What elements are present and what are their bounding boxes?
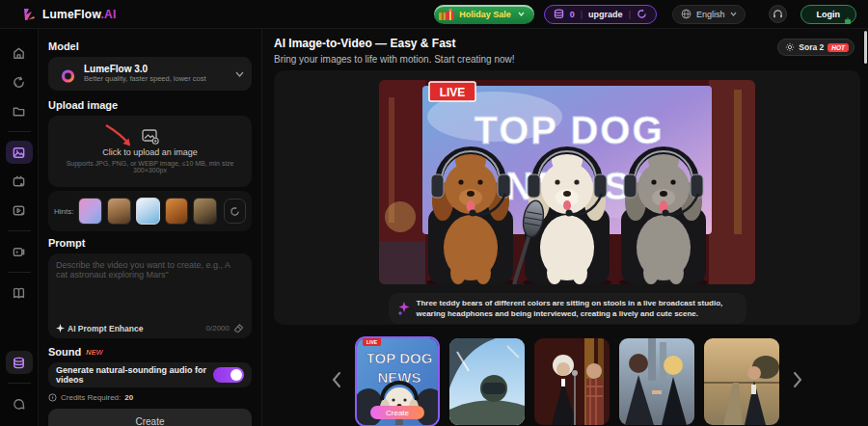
rail-guide-icon[interactable] [6,281,33,305]
globe-icon [681,9,692,19]
chevron-down-icon [730,12,737,16]
divider: | [581,10,583,19]
credits-required-label: Credits Required: [61,393,121,402]
upload-dropzone[interactable]: Click to upload an image Supports JPG, P… [48,116,252,187]
upload-hint: Supports JPG, PNG, or WEBP image, ≤10 MB… [48,160,252,173]
model-desc: Better quality, faster speed, lower cost [84,75,229,84]
rail-image-to-video-icon[interactable] [6,141,33,164]
credit-icon [48,393,57,402]
hot-badge: HOT [827,43,849,52]
example-carousel: TOP DOG NEWS LIVE Create [274,331,860,426]
gift-icon [438,8,455,21]
chevron-down-icon [235,71,244,77]
sound-label: Sound [48,346,81,358]
prompt-box: AI Prompt Enhance 0/2000 [48,253,252,338]
rail-video-library-icon[interactable] [6,240,33,263]
new-badge: NEW [86,348,103,357]
hint-thumbnail-4[interactable] [165,198,189,225]
holiday-sale-label: Holiday Sale [459,10,511,19]
rail-history-icon[interactable] [6,70,33,93]
credits-count: 0 [570,10,575,19]
sora-badge[interactable]: Sora 2 HOT [777,39,854,56]
login-button[interactable]: Login [800,5,857,24]
language-selector[interactable]: English [672,5,746,24]
logo[interactable]: LumeFlow.AI [21,8,116,21]
caption-box: Three teddy bears of different colors ar… [389,293,746,324]
divider [8,230,31,231]
eraser-icon[interactable] [233,323,244,333]
carousel-thumb-street-pair[interactable] [619,338,694,425]
tutorial-arrow [104,123,137,152]
icon-rail [0,29,39,426]
hint-thumbnail-5[interactable] [193,198,217,225]
carousel-thumb-singer[interactable] [534,338,610,425]
rail-video-template-icon[interactable] [6,170,33,193]
create-button[interactable]: Create [48,409,252,426]
char-counter: 0/2000 [206,324,230,333]
top-header: LumeFlow.AI Holiday Sale 0 | [0,0,868,29]
credits-upgrade-pill[interactable]: 0 | upgrade | [544,5,657,24]
sparkle-icon [397,301,410,316]
carousel-next-button[interactable] [789,367,806,396]
hint-thumbnail-1[interactable] [78,198,102,225]
upgrade-link[interactable]: upgrade [588,10,623,19]
page-title: AI Image-to-Video — Easy & Fast [274,37,860,50]
mini-live-badge: LIVE [363,338,381,346]
page-subtitle: Bring your images to life with motion. S… [274,54,860,65]
rail-credits-icon[interactable] [6,351,33,374]
hero-live-badge: LIVE [440,86,466,99]
divider [8,131,31,132]
holiday-sale-button[interactable]: Holiday Sale [434,5,534,24]
audio-toggle-label: Generate natural-sounding audio for vide… [56,365,213,385]
hero-preview-image: TOP DOG NEWS LIVE [379,80,755,284]
svg-text:TOP DOG: TOP DOG [366,350,433,366]
main-content: AI Image-to-Video — Easy & Fast Bring yo… [262,29,868,426]
sparkle-icon [56,324,65,333]
rail-folder-icon[interactable] [6,99,33,122]
coins-icon [554,9,564,19]
carousel-thumb-top-dog-news[interactable]: TOP DOG NEWS LIVE Create [355,336,440,426]
creation-panel: Model LumeFlow 3.0 Better quality, faste… [39,29,262,426]
model-icon [56,64,77,85]
gift-mini-icon [843,15,853,25]
carousel-thumb-pilot[interactable] [449,338,525,425]
hero-title-line1: TOP DOG [474,109,664,151]
headset-icon [773,9,783,19]
page-scrollbar[interactable] [864,31,867,64]
logo-text: LumeFlow [42,8,101,21]
logo-icon [21,8,37,21]
rail-home-icon[interactable] [6,41,33,65]
hints-label: Hints: [54,207,73,216]
carousel-thumb-road-man[interactable] [704,338,779,425]
model-label: Model [48,40,252,52]
hint-thumbnail-3[interactable] [136,198,160,225]
ai-prompt-enhance-button[interactable]: AI Prompt Enhance [56,324,143,333]
user-avatar[interactable] [769,5,787,23]
language-label: English [696,10,725,19]
hints-refresh-button[interactable] [224,199,246,224]
divider [8,383,31,384]
hint-thumbnail-2[interactable] [107,198,131,225]
gear-icon [785,42,795,52]
credits-required-value: 20 [124,393,133,402]
rail-video-effects-icon[interactable] [6,199,33,222]
prompt-textarea[interactable] [56,260,244,323]
prompt-label: Prompt [48,237,252,249]
caption-text: Three teddy bears of different colors ar… [417,298,735,319]
upload-image-icon [142,129,159,145]
hints-row: Hints: [48,191,252,231]
showcase-stage: TOP DOG NEWS LIVE [274,70,860,325]
divider: | [629,10,631,19]
refresh-icon[interactable] [637,9,647,19]
carousel-create-button[interactable]: Create [370,406,424,419]
refresh-icon [230,206,240,217]
divider [8,272,31,273]
rail-feedback-icon[interactable] [6,392,33,415]
app-root: LumeFlow.AI Holiday Sale 0 | [0,0,868,426]
create-button-label: Create [135,416,164,426]
credits-required-row: Credits Required: 20 [48,393,252,402]
logo-suffix: .AI [101,8,117,21]
model-selector[interactable]: LumeFlow 3.0 Better quality, faster spee… [48,57,252,91]
audio-toggle[interactable] [213,367,244,383]
carousel-prev-button[interactable] [328,367,345,396]
